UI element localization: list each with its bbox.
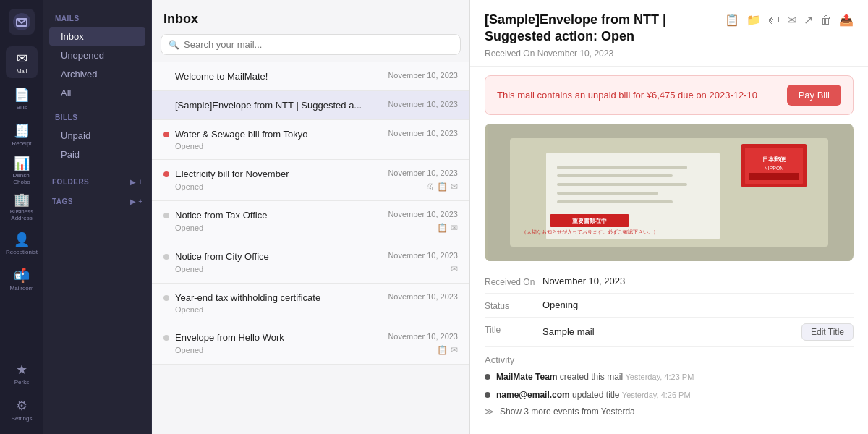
detail-meta: Received On November 10, 2023 Status Ope… xyxy=(470,270,868,347)
dot-indicator xyxy=(163,132,169,137)
settings-icon: ⚙ xyxy=(16,398,27,414)
mail-date: November 10, 2023 xyxy=(388,292,458,301)
export-toolbar-icon[interactable]: 📤 xyxy=(839,13,854,27)
sidebar-item-perks[interactable]: ★ Perks xyxy=(6,357,38,389)
nav-item-inbox[interactable]: Inbox xyxy=(49,27,145,46)
svg-rect-9 xyxy=(557,200,673,203)
mail-item-water[interactable]: Water & Sewage bill from Tokyo November … xyxy=(152,120,469,160)
sidebar-item-settings[interactable]: ⚙ Settings xyxy=(6,393,38,425)
meta-row-received: Received On November 10, 2023 xyxy=(485,270,854,294)
mail-status: Opened xyxy=(175,346,203,354)
nav-item-unpaid[interactable]: Unpaid xyxy=(49,127,145,145)
dot-indicator xyxy=(163,254,169,260)
app-logo[interactable] xyxy=(9,9,35,35)
perks-icon: ★ xyxy=(16,362,27,378)
tags-expand-icon[interactable]: ▶ + xyxy=(130,197,142,205)
svg-point-0 xyxy=(13,13,30,30)
print-icon[interactable]: 🖨 xyxy=(425,182,434,192)
mail-subject: Water & Sewage bill from Tokyo xyxy=(175,129,382,140)
denshi-icon: 📊 xyxy=(14,156,30,171)
mail-subject: [Sample]Envelope from NTT | Suggested a.… xyxy=(175,100,382,111)
status-value: Opening xyxy=(542,299,578,310)
svg-rect-6 xyxy=(557,174,673,177)
activity-title: Activity xyxy=(485,354,854,365)
copy-icon[interactable]: 📋 xyxy=(437,345,448,355)
forward-toolbar-icon[interactable]: ↗ xyxy=(804,13,813,27)
nav-item-unopened[interactable]: Unopened xyxy=(49,46,145,64)
dot-indicator xyxy=(163,171,169,177)
svg-text:日本郵便: 日本郵便 xyxy=(762,156,786,163)
mail-status: Opened xyxy=(175,142,203,150)
copy-icon[interactable]: 📋 xyxy=(437,182,448,192)
sidebar-item-mailroom[interactable]: 📬 Mailroom xyxy=(6,263,38,295)
envelope-image: 日本郵便 NIPPON 重要書類在中 （大切なお知らせが入っております。必ずご確… xyxy=(485,124,854,261)
detail-title: [Sample]Envelope from NTT | Suggested ac… xyxy=(485,12,725,46)
bills-icon: 📄 xyxy=(14,87,30,103)
trash-toolbar-icon[interactable]: 🗑 xyxy=(820,14,832,27)
activity-text-created: MailMate Team created this mail Yesterda… xyxy=(496,371,694,383)
dot-indicator xyxy=(163,335,169,341)
copy-toolbar-icon[interactable]: 📋 xyxy=(725,13,739,27)
mail-list-panel: Inbox 🔍 Welcome to MailMate! November 10… xyxy=(152,0,470,434)
svg-rect-5 xyxy=(557,166,687,169)
svg-rect-14 xyxy=(749,173,799,180)
mail-toolbar-icon[interactable]: ✉ xyxy=(787,13,796,27)
activity-section: Activity MailMate Team created this mail… xyxy=(470,347,868,432)
folder-toolbar-icon[interactable]: 📁 xyxy=(746,13,761,27)
mailroom-icon: 📬 xyxy=(14,268,30,284)
activity-item-updated: name@email.com updated title Yesterday, … xyxy=(485,389,854,401)
mail-date: November 10, 2023 xyxy=(388,332,458,341)
mail-list-scroll: Welcome to MailMate! November 10, 2023 [… xyxy=(152,62,469,434)
mail-status: Opened xyxy=(175,182,203,191)
nav-item-paid[interactable]: Paid xyxy=(49,145,145,163)
svg-rect-7 xyxy=(557,183,687,186)
tag-toolbar-icon[interactable]: 🏷 xyxy=(768,14,780,27)
mail-item-city[interactable]: Notice from City Office November 10, 202… xyxy=(152,242,469,284)
mail-icon-small[interactable]: ✉ xyxy=(451,223,458,233)
copy-icon[interactable]: 📋 xyxy=(437,223,448,233)
mail-item-ntt[interactable]: [Sample]Envelope from NTT | Suggested a.… xyxy=(152,91,469,120)
sidebar-item-mail[interactable]: ✉ Mail xyxy=(6,46,38,78)
sidebar-item-denshi[interactable]: 📊 DenshiChobo xyxy=(6,155,38,187)
nav-item-all[interactable]: All xyxy=(49,84,145,102)
activity-dot xyxy=(485,374,490,380)
mail-item-yearend[interactable]: Year-end tax withholding certificate Nov… xyxy=(152,284,469,323)
title-value: Sample mail xyxy=(542,326,595,337)
mail-icon-small[interactable]: ✉ xyxy=(451,264,458,274)
search-icon: 🔍 xyxy=(169,40,179,50)
folders-expand-icon[interactable]: ▶ + xyxy=(130,178,142,186)
nav-item-archived[interactable]: Archived xyxy=(49,65,145,83)
mail-item-hellowork[interactable]: Envelope from Hello Work November 10, 20… xyxy=(152,323,469,365)
sidebar-item-business[interactable]: 🏢 BusinessAddress xyxy=(6,191,38,223)
mail-icon-small[interactable]: ✉ xyxy=(451,345,458,355)
mail-subject: Notice from City Office xyxy=(175,251,382,262)
folders-section: FOLDERS ▶ + xyxy=(43,172,151,189)
edit-title-button[interactable]: Edit Title xyxy=(801,323,854,341)
detail-panel: [Sample]Envelope from NTT | Suggested ac… xyxy=(470,0,868,434)
pay-bill-button[interactable]: Pay Bill xyxy=(787,85,841,106)
detail-subtitle: Received On November 10, 2023 xyxy=(485,48,725,59)
dot-indicator xyxy=(163,213,169,218)
bill-date: 2023-12-10 xyxy=(709,90,757,101)
sidebar-item-receptionist[interactable]: 👤 Receptionist xyxy=(6,227,38,259)
activity-text-updated: name@email.com updated title Yesterday, … xyxy=(496,389,691,401)
search-input[interactable] xyxy=(184,39,453,50)
mail-item-electricity[interactable]: Electricity bill for November November 1… xyxy=(152,160,469,201)
bill-banner: This mail contains an unpaid bill for ¥6… xyxy=(485,75,854,115)
bill-banner-text: This mail contains an unpaid bill for ¥6… xyxy=(497,90,757,101)
bill-amount: ¥6,475 xyxy=(647,90,676,101)
svg-text:重要書類在中: 重要書類在中 xyxy=(572,217,607,224)
mail-item-tax[interactable]: Notice from Tax Office November 10, 2023… xyxy=(152,201,469,242)
bills-section-label: BILLS xyxy=(43,111,151,126)
sidebar-item-bills[interactable]: 📄 Bills xyxy=(6,82,38,114)
mail-status: Opened xyxy=(175,305,203,314)
search-bar: 🔍 xyxy=(161,34,461,55)
sidebar-item-receipt[interactable]: 🧾 Receipt xyxy=(6,119,38,150)
mail-icon-small[interactable]: ✉ xyxy=(451,182,458,192)
svg-rect-8 xyxy=(557,192,658,195)
mail-subject: Envelope from Hello Work xyxy=(175,332,382,343)
mail-item-welcome[interactable]: Welcome to MailMate! November 10, 2023 xyxy=(152,62,469,91)
mail-subject: Year-end tax withholding certificate xyxy=(175,292,382,303)
show-more-button[interactable]: Show 3 more events from Yesterda xyxy=(500,407,635,417)
mail-subject: Notice from Tax Office xyxy=(175,210,382,221)
